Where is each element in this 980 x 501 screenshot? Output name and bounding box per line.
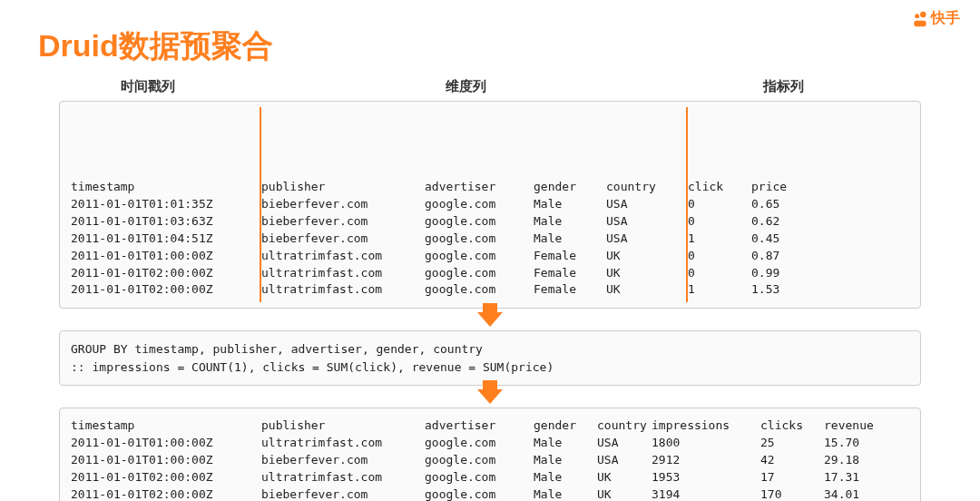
table-cell: Male <box>534 452 597 469</box>
divider-line <box>686 107 688 302</box>
table-cell: google.com <box>425 435 534 452</box>
table-cell: bieberfever.com <box>261 452 425 469</box>
table-cell: google.com <box>425 196 534 213</box>
table-row: 2011-01-01T02:00:00Zultratrimfast.comgoo… <box>71 265 909 282</box>
label-timestamp-col: 时间戳列 <box>66 78 275 95</box>
table-cell: revenue <box>824 418 887 435</box>
table-cell: advertiser <box>425 179 534 196</box>
table-row: 2011-01-01T01:00:00Zbieberfever.comgoogl… <box>71 452 909 469</box>
kuaishou-text: 快手 <box>931 9 960 28</box>
table-cell: 34.01 <box>824 486 887 501</box>
groupby-line1: GROUP BY timestamp, publisher, advertise… <box>71 340 909 359</box>
table-cell: USA <box>606 213 688 231</box>
table-cell: gender <box>534 418 597 435</box>
table-row: 2011-01-01T01:03:63Zbieberfever.comgoogl… <box>71 213 909 231</box>
table-cell: 2011-01-01T01:00:00Z <box>71 435 261 452</box>
table-cell: price <box>751 179 806 196</box>
table-cell: 0 <box>688 196 751 213</box>
table-cell: 0.45 <box>751 231 806 248</box>
label-metric-col: 指标列 <box>656 78 910 95</box>
label-dimension-col: 维度列 <box>275 78 656 95</box>
table-row: 2011-01-01T02:00:00Zultratrimfast.comgoo… <box>71 469 909 486</box>
table-cell: timestamp <box>71 418 261 435</box>
table-cell: ultratrimfast.com <box>261 248 425 265</box>
table-cell: Male <box>534 213 606 231</box>
table-header-row: timestamppublisheradvertisergendercountr… <box>71 179 909 196</box>
table-cell: google.com <box>425 486 534 501</box>
table-cell: 0.65 <box>751 196 806 213</box>
table-cell: 3194 <box>652 486 760 501</box>
raw-data-table: timestamppublisheradvertisergendercountr… <box>59 101 921 309</box>
table-cell: advertiser <box>425 418 534 435</box>
table-cell: clicks <box>760 418 824 435</box>
table-cell: 2011-01-01T01:01:35Z <box>71 196 261 213</box>
table-header-row: timestamppublisheradvertisergendercountr… <box>71 418 909 435</box>
table-cell: country <box>597 418 652 435</box>
table-cell: country <box>606 179 688 196</box>
table-cell: Male <box>534 231 606 248</box>
table-cell: UK <box>606 248 688 265</box>
table-cell: 0.62 <box>751 213 806 231</box>
table-row: 2011-01-01T01:00:00Zultratrimfast.comgoo… <box>71 435 909 452</box>
table-cell: ultratrimfast.com <box>261 469 425 486</box>
table-cell: 0 <box>688 248 751 265</box>
table-cell: google.com <box>425 213 534 231</box>
section-labels: 时间戳列 维度列 指标列 <box>59 78 921 101</box>
table-cell: 2011-01-01T01:00:00Z <box>71 452 261 469</box>
table-cell: UK <box>597 486 652 501</box>
arrow-down <box>59 386 921 408</box>
table-cell: 1 <box>688 281 751 299</box>
table-cell: google.com <box>425 281 534 299</box>
table-cell: UK <box>606 281 688 299</box>
table-cell: Male <box>534 486 597 501</box>
table-cell: bieberfever.com <box>261 213 425 231</box>
table-cell: 2011-01-01T01:04:51Z <box>71 231 261 248</box>
table-cell: Male <box>534 196 606 213</box>
table-cell: publisher <box>261 418 425 435</box>
table-cell: ultratrimfast.com <box>261 281 425 299</box>
table-cell: google.com <box>425 248 534 265</box>
divider-line <box>260 107 261 302</box>
table-cell: bieberfever.com <box>261 196 425 213</box>
table-row: 2011-01-01T01:00:00Zultratrimfast.comgoo… <box>71 248 909 265</box>
table-cell: gender <box>534 179 606 196</box>
table-cell: Female <box>534 248 606 265</box>
table-cell: 42 <box>760 452 824 469</box>
table-cell: 0.99 <box>751 265 806 282</box>
table-cell: UK <box>597 469 652 486</box>
table-row: 2011-01-01T01:04:51Zbieberfever.comgoogl… <box>71 231 909 248</box>
table-cell: 29.18 <box>824 452 887 469</box>
table-cell: 1953 <box>652 469 760 486</box>
table-row: 2011-01-01T01:01:35Zbieberfever.comgoogl… <box>71 196 909 213</box>
table-cell: 1800 <box>652 435 760 452</box>
table-cell: 2912 <box>652 452 760 469</box>
diagram-content: 时间戳列 维度列 指标列 timestamppublisheradvertise… <box>59 78 921 501</box>
table-cell: 1.53 <box>751 281 806 299</box>
table-cell: google.com <box>425 452 534 469</box>
table-cell: USA <box>606 196 688 213</box>
table-row: 2011-01-01T02:00:00Zultratrimfast.comgoo… <box>71 281 909 299</box>
table-cell: google.com <box>425 265 534 282</box>
table-cell: impressions <box>652 418 760 435</box>
table-cell: ultratrimfast.com <box>261 435 425 452</box>
table-cell: bieberfever.com <box>261 231 425 248</box>
table-cell: publisher <box>261 179 425 196</box>
table-cell: 2011-01-01T02:00:00Z <box>71 265 261 282</box>
table-cell: 1 <box>688 231 751 248</box>
table-cell: Male <box>534 469 597 486</box>
svg-point-0 <box>920 11 926 17</box>
table-cell: google.com <box>425 469 534 486</box>
table-cell: 170 <box>760 486 824 501</box>
table-cell: UK <box>606 265 688 282</box>
table-cell: 2011-01-01T01:03:63Z <box>71 213 261 231</box>
kuaishou-icon <box>911 10 929 28</box>
table-cell: 25 <box>760 435 824 452</box>
table-cell: 17 <box>760 469 824 486</box>
svg-rect-2 <box>914 20 926 26</box>
table-cell: 2011-01-01T02:00:00Z <box>71 469 261 486</box>
table-cell: bieberfever.com <box>261 486 425 501</box>
table-cell: USA <box>597 435 652 452</box>
groupby-line2: :: impressions = COUNT(1), clicks = SUM(… <box>71 359 909 377</box>
table-cell: 17.31 <box>824 469 887 486</box>
table-cell: 0 <box>688 213 751 231</box>
